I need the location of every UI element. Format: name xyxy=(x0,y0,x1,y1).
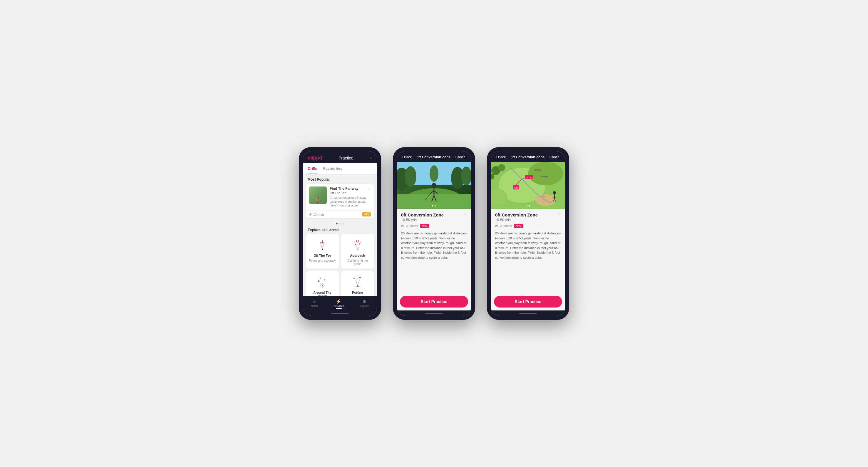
detail-range-2: 10-50 yds xyxy=(401,218,444,222)
dot-1 xyxy=(336,223,338,224)
nav-activities[interactable]: ⚡ Activities xyxy=(334,298,344,309)
detail-header-title-3: 6ft Conversion Zone xyxy=(510,155,545,159)
detail-description-3: 20 shots are randomly generated at dista… xyxy=(495,231,561,260)
img-dot-1 xyxy=(432,205,433,206)
svg-point-8 xyxy=(356,240,359,242)
explore-label: Explore skill areas xyxy=(303,225,377,234)
ott-skill-desc: Power and accuracy xyxy=(309,259,336,262)
home-bar-3 xyxy=(491,310,565,316)
clock-icon: ⏱ xyxy=(309,213,312,216)
home-indicator xyxy=(331,313,349,314)
svg-point-11 xyxy=(355,244,356,245)
skill-card-approach[interactable]: Approach Dial-in to hit the green xyxy=(341,234,374,268)
skill-card-putting[interactable]: Putting Make and lag practice xyxy=(341,271,374,296)
detail-header-2: ‹ Back 6ft Conversion Zone Cancel xyxy=(397,151,471,162)
app-logo: clippd xyxy=(308,155,322,161)
detail-fav-icon-2[interactable]: ☆ xyxy=(463,211,467,217)
favourite-icon[interactable]: ☆ xyxy=(367,187,371,191)
svg-point-22 xyxy=(353,277,355,279)
cancel-button-2[interactable]: Cancel xyxy=(456,155,466,159)
ott-skill-name: Off The Tee xyxy=(313,254,331,257)
detail-fav-icon-3[interactable]: ☆ xyxy=(557,211,561,217)
home-indicator-3 xyxy=(519,313,537,314)
detail-tag-3: ARG xyxy=(514,224,523,228)
svg-point-23 xyxy=(359,277,361,278)
img-dot-2 xyxy=(435,205,436,206)
home-indicator-2 xyxy=(425,313,443,314)
carousel-dots xyxy=(306,221,374,225)
detail-clock-icon-3: ⏱ xyxy=(495,224,498,228)
svg-point-46 xyxy=(498,164,505,171)
header-title: Practice xyxy=(339,156,353,160)
detail-header-title-2: 6ft Conversion Zone xyxy=(416,155,451,159)
detail-shots-text-2: 20 shots xyxy=(406,224,418,228)
back-button-2[interactable]: ‹ Back xyxy=(402,155,412,160)
svg-point-27 xyxy=(405,166,416,187)
tab-favourites[interactable]: Favourites xyxy=(323,163,343,174)
tag-ott: OTT xyxy=(362,212,371,216)
nav-capture[interactable]: ⊕ Capture xyxy=(360,298,369,309)
back-button-3[interactable]: ‹ Back xyxy=(496,155,506,160)
svg-line-2 xyxy=(322,243,324,249)
skill-card-atg[interactable]: Around The Green Hone your short game xyxy=(306,271,339,296)
golf-scene xyxy=(397,162,471,209)
start-practice-button-3[interactable]: Start Practice xyxy=(494,296,562,307)
svg-point-0 xyxy=(322,249,323,250)
dot-2 xyxy=(339,223,341,224)
svg-text:Rough: Rough xyxy=(541,175,548,178)
detail-shots-row-2: ⏱ 20 shots ARG xyxy=(401,224,467,228)
drill-subtitle: Off The Tee xyxy=(330,191,359,195)
skill-card-ott[interactable]: Off The Tee Power and accuracy xyxy=(306,234,339,268)
svg-text:Fairway: Fairway xyxy=(534,169,541,171)
tab-bar: Drills Favourites xyxy=(303,163,377,174)
skill-grid: Off The Tee Power and accuracy xyxy=(303,234,377,296)
phone-2: ‹ Back 6ft Conversion Zone Cancel xyxy=(393,147,475,320)
image-dots-3 xyxy=(526,205,530,206)
home-icon: ⌂ xyxy=(313,298,316,304)
detail-header-3: ‹ Back 6ft Conversion Zone Cancel xyxy=(491,151,565,162)
capture-icon: ⊕ xyxy=(363,298,366,304)
detail-body-2: 6ft Conversion Zone 10-50 yds ☆ ⏱ 20 sho… xyxy=(397,209,471,293)
approach-icon xyxy=(349,237,366,252)
svg-point-12 xyxy=(359,243,360,244)
svg-line-20 xyxy=(355,279,358,286)
svg-point-24 xyxy=(356,278,358,279)
dot-3 xyxy=(342,223,344,224)
drill-card-find-fairway[interactable]: 🏌️ Find The Fairway Off The Tee ☆ Create… xyxy=(306,183,374,219)
phone-3: ‹ Back 6ft Conversion Zone Cancel xyxy=(487,147,569,320)
putting-icon xyxy=(349,274,366,289)
start-practice-button-2[interactable]: Start Practice xyxy=(400,296,468,307)
detail-drill-name-3: 6ft Conversion Zone xyxy=(495,212,538,218)
svg-text:Hit: Hit xyxy=(515,187,518,189)
activities-icon: ⚡ xyxy=(336,298,342,304)
map-scene: Hit Miss xyxy=(491,162,565,209)
drill-footer: ⏱ 10 shots OTT xyxy=(306,210,374,218)
cancel-button-3[interactable]: Cancel xyxy=(550,155,560,159)
nav-home[interactable]: ⌂ Home xyxy=(311,298,318,309)
screen-content: Most Popular 🏌️ Find The Fairway Off The… xyxy=(303,174,377,296)
detail-shots-text-3: 20 shots xyxy=(500,224,512,228)
tab-drills[interactable]: Drills xyxy=(308,163,317,174)
detail-clock-icon-2: ⏱ xyxy=(401,224,404,228)
drill-image-3: Hit Miss xyxy=(491,162,565,209)
svg-point-30 xyxy=(430,165,438,182)
svg-point-42 xyxy=(528,162,563,185)
detail-tag-2: ARG xyxy=(420,224,429,228)
svg-point-33 xyxy=(432,183,436,188)
img-dot-3-2 xyxy=(529,205,530,206)
drill-info: Find The Fairway Off The Tee ☆ Create an… xyxy=(330,187,371,207)
svg-point-19 xyxy=(357,286,359,287)
svg-point-17 xyxy=(319,277,321,279)
svg-line-21 xyxy=(358,279,360,286)
home-bar xyxy=(303,310,377,316)
detail-description-2: 20 shots are randomly generated at dista… xyxy=(401,231,467,260)
drill-image-2 xyxy=(397,162,471,209)
detail-drill-name-2: 6ft Conversion Zone xyxy=(401,212,444,218)
svg-point-53 xyxy=(553,191,556,194)
shots-info: ⏱ 10 shots xyxy=(309,213,324,216)
back-chevron-icon-3: ‹ xyxy=(496,155,497,160)
drill-title: Find The Fairway xyxy=(330,187,359,191)
home-bar-2 xyxy=(397,310,471,316)
menu-icon[interactable]: ≡ xyxy=(370,155,372,161)
drill-description: Create an imaginary fairway using trees … xyxy=(330,196,371,207)
